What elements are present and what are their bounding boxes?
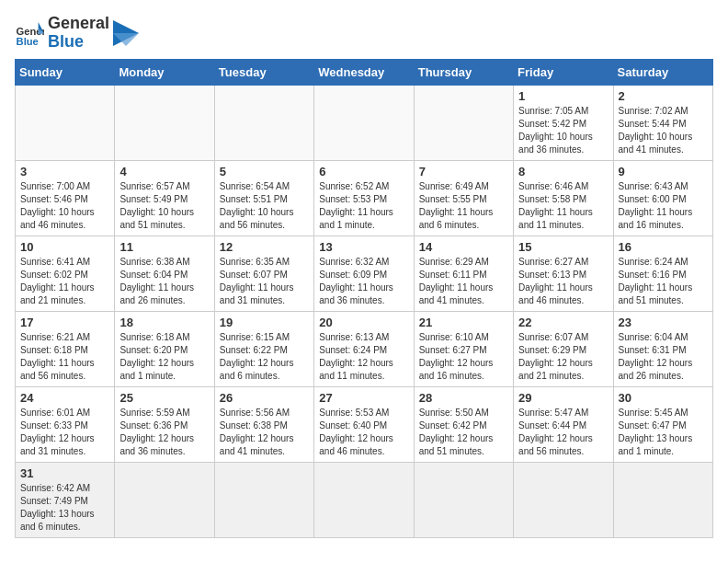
day-number: 21 bbox=[419, 316, 508, 329]
day-info: Sunrise: 6:27 AM Sunset: 6:13 PM Dayligh… bbox=[518, 256, 608, 307]
day-info: Sunrise: 6:43 AM Sunset: 6:00 PM Dayligh… bbox=[619, 180, 708, 232]
day-number: 15 bbox=[518, 240, 608, 254]
day-info: Sunrise: 6:41 AM Sunset: 6:02 PM Dayligh… bbox=[20, 256, 109, 307]
day-info: Sunrise: 6:38 AM Sunset: 6:04 PM Dayligh… bbox=[119, 256, 209, 307]
day-cell bbox=[214, 462, 313, 537]
day-cell: 19Sunrise: 6:15 AM Sunset: 6:22 PM Dayli… bbox=[214, 311, 313, 386]
day-cell: 24Sunrise: 6:01 AM Sunset: 6:33 PM Dayli… bbox=[16, 386, 115, 462]
day-number: 10 bbox=[20, 240, 109, 254]
day-cell: 3Sunrise: 7:00 AM Sunset: 5:46 PM Daylig… bbox=[16, 160, 115, 236]
header-saturday: Saturday bbox=[613, 59, 712, 85]
svg-text:Blue: Blue bbox=[17, 36, 39, 47]
week-row-3: 10Sunrise: 6:41 AM Sunset: 6:02 PM Dayli… bbox=[16, 236, 713, 311]
day-cell: 29Sunrise: 5:47 AM Sunset: 6:44 PM Dayli… bbox=[514, 386, 613, 462]
day-cell bbox=[414, 462, 513, 537]
day-info: Sunrise: 6:18 AM Sunset: 6:20 PM Dayligh… bbox=[119, 331, 209, 383]
header-wednesday: Wednesday bbox=[314, 59, 414, 85]
day-cell: 25Sunrise: 5:59 AM Sunset: 6:36 PM Dayli… bbox=[115, 386, 214, 462]
day-info: Sunrise: 6:35 AM Sunset: 6:07 PM Dayligh… bbox=[220, 256, 309, 307]
day-number: 18 bbox=[119, 316, 209, 329]
day-cell: 20Sunrise: 6:13 AM Sunset: 6:24 PM Dayli… bbox=[314, 311, 414, 386]
day-number: 27 bbox=[319, 391, 408, 405]
day-info: Sunrise: 6:57 AM Sunset: 5:49 PM Dayligh… bbox=[119, 180, 209, 232]
day-number: 26 bbox=[220, 391, 309, 405]
logo-triangle-icon bbox=[113, 20, 139, 46]
day-info: Sunrise: 5:45 AM Sunset: 6:47 PM Dayligh… bbox=[619, 407, 708, 458]
week-row-6: 31Sunrise: 6:42 AM Sunset: 7:49 PM Dayli… bbox=[16, 462, 713, 537]
day-cell: 31Sunrise: 6:42 AM Sunset: 7:49 PM Dayli… bbox=[16, 462, 115, 537]
day-cell bbox=[514, 462, 613, 537]
day-number: 17 bbox=[20, 316, 109, 329]
day-info: Sunrise: 6:52 AM Sunset: 5:53 PM Dayligh… bbox=[319, 180, 408, 232]
day-info: Sunrise: 6:46 AM Sunset: 5:58 PM Dayligh… bbox=[518, 180, 608, 232]
day-cell: 30Sunrise: 5:45 AM Sunset: 6:47 PM Dayli… bbox=[613, 386, 712, 462]
day-cell: 8Sunrise: 6:46 AM Sunset: 5:58 PM Daylig… bbox=[514, 160, 613, 236]
day-cell: 16Sunrise: 6:24 AM Sunset: 6:16 PM Dayli… bbox=[613, 236, 712, 311]
logo: General Blue General Blue bbox=[15, 15, 139, 52]
day-info: Sunrise: 6:07 AM Sunset: 6:29 PM Dayligh… bbox=[518, 331, 608, 383]
day-number: 4 bbox=[119, 165, 209, 178]
day-number: 9 bbox=[619, 165, 708, 178]
day-info: Sunrise: 6:13 AM Sunset: 6:24 PM Dayligh… bbox=[319, 331, 408, 383]
header: General Blue General Blue bbox=[15, 15, 713, 52]
day-number: 20 bbox=[319, 316, 408, 329]
day-number: 3 bbox=[20, 165, 109, 178]
day-number: 24 bbox=[20, 391, 109, 405]
day-number: 13 bbox=[319, 240, 408, 254]
day-number: 12 bbox=[220, 240, 309, 254]
day-cell: 26Sunrise: 5:56 AM Sunset: 6:38 PM Dayli… bbox=[214, 386, 313, 462]
day-cell: 11Sunrise: 6:38 AM Sunset: 6:04 PM Dayli… bbox=[115, 236, 214, 311]
calendar-table: SundayMondayTuesdayWednesdayThursdayFrid… bbox=[15, 59, 713, 538]
day-info: Sunrise: 6:32 AM Sunset: 6:09 PM Dayligh… bbox=[319, 256, 408, 307]
day-cell: 14Sunrise: 6:29 AM Sunset: 6:11 PM Dayli… bbox=[414, 236, 513, 311]
day-cell: 17Sunrise: 6:21 AM Sunset: 6:18 PM Dayli… bbox=[16, 311, 115, 386]
day-number: 2 bbox=[619, 89, 708, 103]
day-cell: 7Sunrise: 6:49 AM Sunset: 5:55 PM Daylig… bbox=[414, 160, 513, 236]
header-monday: Monday bbox=[115, 59, 214, 85]
header-sunday: Sunday bbox=[16, 59, 115, 85]
day-info: Sunrise: 6:10 AM Sunset: 6:27 PM Dayligh… bbox=[419, 331, 508, 383]
day-info: Sunrise: 7:00 AM Sunset: 5:46 PM Dayligh… bbox=[20, 180, 109, 232]
logo-icon: General Blue bbox=[15, 18, 44, 48]
day-info: Sunrise: 5:56 AM Sunset: 6:38 PM Dayligh… bbox=[220, 407, 309, 458]
day-cell bbox=[16, 85, 115, 160]
day-cell: 18Sunrise: 6:18 AM Sunset: 6:20 PM Dayli… bbox=[115, 311, 214, 386]
day-number: 30 bbox=[619, 391, 708, 405]
day-cell: 22Sunrise: 6:07 AM Sunset: 6:29 PM Dayli… bbox=[514, 311, 613, 386]
day-cell bbox=[214, 85, 313, 160]
day-cell: 4Sunrise: 6:57 AM Sunset: 5:49 PM Daylig… bbox=[115, 160, 214, 236]
day-number: 6 bbox=[319, 165, 408, 178]
day-number: 5 bbox=[220, 165, 309, 178]
header-friday: Friday bbox=[514, 59, 613, 85]
day-info: Sunrise: 6:54 AM Sunset: 5:51 PM Dayligh… bbox=[220, 180, 309, 232]
day-info: Sunrise: 5:53 AM Sunset: 6:40 PM Dayligh… bbox=[319, 407, 408, 458]
day-info: Sunrise: 6:29 AM Sunset: 6:11 PM Dayligh… bbox=[419, 256, 508, 307]
day-cell: 23Sunrise: 6:04 AM Sunset: 6:31 PM Dayli… bbox=[613, 311, 712, 386]
week-row-4: 17Sunrise: 6:21 AM Sunset: 6:18 PM Dayli… bbox=[16, 311, 713, 386]
day-info: Sunrise: 6:49 AM Sunset: 5:55 PM Dayligh… bbox=[419, 180, 508, 232]
day-info: Sunrise: 6:24 AM Sunset: 6:16 PM Dayligh… bbox=[619, 256, 708, 307]
day-cell: 2Sunrise: 7:02 AM Sunset: 5:44 PM Daylig… bbox=[613, 85, 712, 160]
day-number: 22 bbox=[518, 316, 608, 329]
day-cell: 6Sunrise: 6:52 AM Sunset: 5:53 PM Daylig… bbox=[314, 160, 414, 236]
day-number: 11 bbox=[119, 240, 209, 254]
day-cell: 12Sunrise: 6:35 AM Sunset: 6:07 PM Dayli… bbox=[214, 236, 313, 311]
day-number: 23 bbox=[619, 316, 708, 329]
day-number: 31 bbox=[20, 466, 109, 480]
day-number: 8 bbox=[518, 165, 608, 178]
day-cell: 15Sunrise: 6:27 AM Sunset: 6:13 PM Dayli… bbox=[514, 236, 613, 311]
header-tuesday: Tuesday bbox=[214, 59, 313, 85]
day-info: Sunrise: 6:21 AM Sunset: 6:18 PM Dayligh… bbox=[20, 331, 109, 383]
header-thursday: Thursday bbox=[414, 59, 513, 85]
day-cell bbox=[115, 85, 214, 160]
day-cell: 9Sunrise: 6:43 AM Sunset: 6:00 PM Daylig… bbox=[613, 160, 712, 236]
day-info: Sunrise: 7:02 AM Sunset: 5:44 PM Dayligh… bbox=[619, 105, 708, 156]
day-number: 7 bbox=[419, 165, 508, 178]
day-cell bbox=[314, 85, 414, 160]
day-cell: 21Sunrise: 6:10 AM Sunset: 6:27 PM Dayli… bbox=[414, 311, 513, 386]
day-cell: 13Sunrise: 6:32 AM Sunset: 6:09 PM Dayli… bbox=[314, 236, 414, 311]
day-info: Sunrise: 6:01 AM Sunset: 6:33 PM Dayligh… bbox=[20, 407, 109, 458]
day-info: Sunrise: 6:15 AM Sunset: 6:22 PM Dayligh… bbox=[220, 331, 309, 383]
day-cell: 1Sunrise: 7:05 AM Sunset: 5:42 PM Daylig… bbox=[514, 85, 613, 160]
day-cell bbox=[314, 462, 414, 537]
